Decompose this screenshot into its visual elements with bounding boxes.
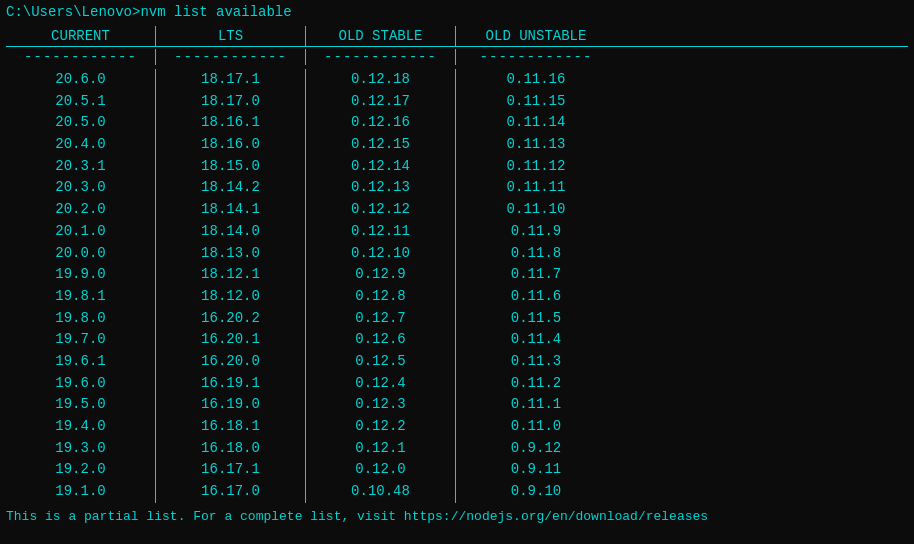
table-cell: 19.6.1 bbox=[6, 351, 156, 373]
table-row: 19.5.016.19.00.12.30.11.1 bbox=[6, 394, 908, 416]
table-cell: 18.12.1 bbox=[156, 264, 306, 286]
table-row: 19.6.116.20.00.12.50.11.3 bbox=[6, 351, 908, 373]
table-row: 19.1.016.17.00.10.480.9.10 bbox=[6, 481, 908, 503]
table-cell: 16.20.2 bbox=[156, 308, 306, 330]
table-cell: 0.11.6 bbox=[456, 286, 616, 308]
table-cell: 18.14.0 bbox=[156, 221, 306, 243]
table-container: CURRENT LTS OLD STABLE OLD UNSTABLE ----… bbox=[6, 26, 908, 503]
table-row: 19.2.016.17.10.12.00.9.11 bbox=[6, 459, 908, 481]
table-cell: 20.5.1 bbox=[6, 91, 156, 113]
table-cell: 0.11.16 bbox=[456, 69, 616, 91]
table-cell: 19.2.0 bbox=[6, 459, 156, 481]
table-cell: 16.19.0 bbox=[156, 394, 306, 416]
table-row: 19.8.118.12.00.12.80.11.6 bbox=[6, 286, 908, 308]
table-cell: 0.11.3 bbox=[456, 351, 616, 373]
table-cell: 18.14.1 bbox=[156, 199, 306, 221]
table-row: 20.1.018.14.00.12.110.11.9 bbox=[6, 221, 908, 243]
table-cell: 16.20.0 bbox=[156, 351, 306, 373]
table-row: 19.7.016.20.10.12.60.11.4 bbox=[6, 329, 908, 351]
footer-text: This is a partial list. For a complete l… bbox=[6, 509, 908, 524]
table-row: 20.0.018.13.00.12.100.11.8 bbox=[6, 243, 908, 265]
table-cell: 19.8.0 bbox=[6, 308, 156, 330]
table-cell: 0.11.1 bbox=[456, 394, 616, 416]
table-row: 20.3.118.15.00.12.140.11.12 bbox=[6, 156, 908, 178]
col-header-current: CURRENT bbox=[6, 26, 156, 46]
table-cell: 19.7.0 bbox=[6, 329, 156, 351]
table-cell: 0.12.9 bbox=[306, 264, 456, 286]
table-cell: 18.17.1 bbox=[156, 69, 306, 91]
table-cell: 20.0.0 bbox=[6, 243, 156, 265]
table-cell: 16.17.0 bbox=[156, 481, 306, 503]
table-cell: 16.18.1 bbox=[156, 416, 306, 438]
table-cell: 0.11.15 bbox=[456, 91, 616, 113]
table-cell: 0.11.14 bbox=[456, 112, 616, 134]
divider-current: ------------ bbox=[6, 49, 156, 65]
divider-old-stable: ------------ bbox=[306, 49, 456, 65]
table-row: 20.5.018.16.10.12.160.11.14 bbox=[6, 112, 908, 134]
table-cell: 18.16.1 bbox=[156, 112, 306, 134]
table-cell: 0.11.12 bbox=[456, 156, 616, 178]
divider-lts: ------------ bbox=[156, 49, 306, 65]
table-cell: 19.4.0 bbox=[6, 416, 156, 438]
table-row: 19.6.016.19.10.12.40.11.2 bbox=[6, 373, 908, 395]
table-cell: 0.9.12 bbox=[456, 438, 616, 460]
table-row: 19.8.016.20.20.12.70.11.5 bbox=[6, 308, 908, 330]
table-cell: 20.5.0 bbox=[6, 112, 156, 134]
table-cell: 19.3.0 bbox=[6, 438, 156, 460]
col-divider: ------------ ------------ ------------ -… bbox=[6, 49, 908, 65]
table-cell: 19.1.0 bbox=[6, 481, 156, 503]
table-cell: 0.12.12 bbox=[306, 199, 456, 221]
table-cell: 0.12.8 bbox=[306, 286, 456, 308]
table-cell: 0.12.14 bbox=[306, 156, 456, 178]
col-header-lts: LTS bbox=[156, 26, 306, 46]
table-cell: 0.12.6 bbox=[306, 329, 456, 351]
table-cell: 19.9.0 bbox=[6, 264, 156, 286]
terminal-window: C:\Users\Lenovo>nvm list available CURRE… bbox=[0, 0, 914, 544]
table-cell: 16.19.1 bbox=[156, 373, 306, 395]
table-cell: 0.12.2 bbox=[306, 416, 456, 438]
table-cell: 0.11.9 bbox=[456, 221, 616, 243]
table-cell: 20.2.0 bbox=[6, 199, 156, 221]
table-cell: 19.5.0 bbox=[6, 394, 156, 416]
table-cell: 0.12.5 bbox=[306, 351, 456, 373]
table-cell: 0.11.10 bbox=[456, 199, 616, 221]
table-cell: 0.12.7 bbox=[306, 308, 456, 330]
table-cell: 16.20.1 bbox=[156, 329, 306, 351]
col-header-old-stable: OLD STABLE bbox=[306, 26, 456, 46]
table-cell: 0.11.5 bbox=[456, 308, 616, 330]
table-row: 20.2.018.14.10.12.120.11.10 bbox=[6, 199, 908, 221]
table-row: 20.6.018.17.10.12.180.11.16 bbox=[6, 69, 908, 91]
table-cell: 0.11.7 bbox=[456, 264, 616, 286]
table-cell: 20.6.0 bbox=[6, 69, 156, 91]
table-cell: 0.12.1 bbox=[306, 438, 456, 460]
table-cell: 0.12.15 bbox=[306, 134, 456, 156]
table-cell: 20.4.0 bbox=[6, 134, 156, 156]
table-body: 20.6.018.17.10.12.180.11.1620.5.118.17.0… bbox=[6, 69, 908, 503]
table-cell: 20.1.0 bbox=[6, 221, 156, 243]
table-cell: 19.8.1 bbox=[6, 286, 156, 308]
table-cell: 20.3.1 bbox=[6, 156, 156, 178]
table-cell: 16.17.1 bbox=[156, 459, 306, 481]
table-cell: 0.11.8 bbox=[456, 243, 616, 265]
table-cell: 18.15.0 bbox=[156, 156, 306, 178]
table-cell: 18.17.0 bbox=[156, 91, 306, 113]
table-cell: 0.11.11 bbox=[456, 177, 616, 199]
table-cell: 0.12.13 bbox=[306, 177, 456, 199]
table-cell: 0.12.17 bbox=[306, 91, 456, 113]
table-cell: 18.12.0 bbox=[156, 286, 306, 308]
table-cell: 0.11.4 bbox=[456, 329, 616, 351]
table-cell: 0.12.18 bbox=[306, 69, 456, 91]
table-cell: 0.12.0 bbox=[306, 459, 456, 481]
table-cell: 0.9.10 bbox=[456, 481, 616, 503]
table-row: 20.5.118.17.00.12.170.11.15 bbox=[6, 91, 908, 113]
table-cell: 0.11.13 bbox=[456, 134, 616, 156]
table-cell: 0.11.2 bbox=[456, 373, 616, 395]
command-line: C:\Users\Lenovo>nvm list available bbox=[6, 4, 908, 20]
table-row: 19.9.018.12.10.12.90.11.7 bbox=[6, 264, 908, 286]
table-header: CURRENT LTS OLD STABLE OLD UNSTABLE bbox=[6, 26, 908, 47]
table-cell: 18.16.0 bbox=[156, 134, 306, 156]
table-cell: 0.12.4 bbox=[306, 373, 456, 395]
table-row: 20.3.018.14.20.12.130.11.11 bbox=[6, 177, 908, 199]
table-row: 20.4.018.16.00.12.150.11.13 bbox=[6, 134, 908, 156]
table-cell: 16.18.0 bbox=[156, 438, 306, 460]
